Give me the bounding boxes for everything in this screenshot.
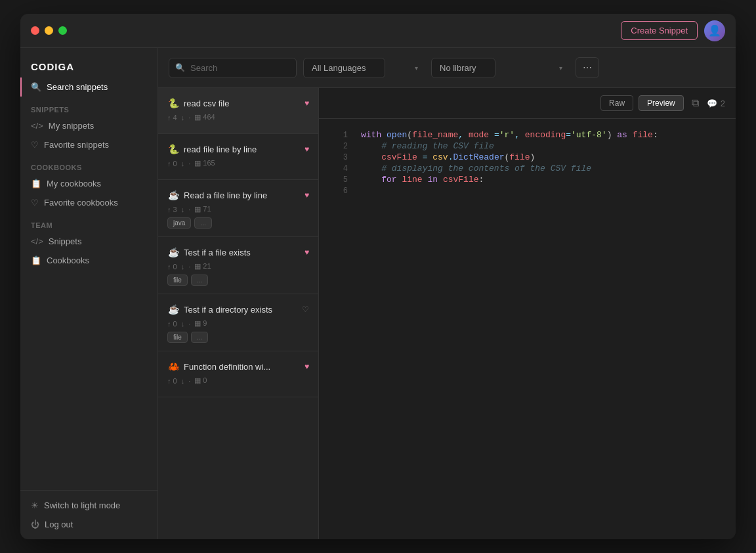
favorite-icon-6[interactable]: ♥: [304, 362, 309, 371]
code-line-4: 4 # displaying the contents of the CSV f…: [319, 163, 736, 174]
code-toolbar: Raw Preview ⧉ 💬 2: [319, 88, 736, 119]
library-select[interactable]: No library React Django: [431, 58, 495, 78]
team-section-title: TEAM: [20, 212, 158, 232]
heart-icon: ♡: [31, 140, 39, 150]
split-content: 🐍 read csv file ♥ ↑ 4 ↓ · ▦ 464: [158, 88, 736, 539]
snippet-title-3: Read a file line by line: [184, 190, 300, 200]
snippet-title-2: read file line by line: [184, 144, 300, 154]
line-code-2: # reading the CSV file: [361, 141, 494, 151]
code-line-3: 3 csvFile = csv.DictReader(file): [319, 152, 736, 163]
sidebar-item-my-snippets[interactable]: </> My snippets: [20, 116, 158, 135]
snippet-item-2[interactable]: 🐍 read file line by line ♥ ↑ 0 ↓ · ▦ 165: [158, 134, 318, 180]
line-number-1: 1: [329, 130, 348, 140]
sidebar-item-team-cookbooks[interactable]: 📋 Cookbooks: [20, 251, 158, 270]
snippet-header-5: ☕ Test if a directory exists ♡: [167, 303, 309, 315]
snippet-header-4: ☕ Test if a file exists ♥: [167, 246, 309, 258]
snippet-item-5[interactable]: ☕ Test if a directory exists ♡ ↑ 0 ↓ · ▦…: [158, 294, 318, 351]
tags-5: file ...: [167, 332, 309, 343]
favorite-icon-3[interactable]: ♥: [304, 190, 309, 200]
favorite-icon-4[interactable]: ♥: [304, 248, 309, 257]
upvote-stat-3: ↑ 3: [167, 206, 177, 213]
minimize-button[interactable]: [45, 26, 53, 35]
tag-more-3[interactable]: ...: [194, 217, 211, 229]
tag-more-4[interactable]: ...: [191, 275, 208, 286]
maximize-button[interactable]: [58, 26, 67, 35]
snippet-title-4: Test if a file exists: [184, 248, 300, 257]
code-line-5: 5 for line in csvFile:: [319, 174, 736, 185]
tag-java[interactable]: java: [167, 217, 191, 229]
sidebar: CODIGA 🔍 Search snippets SNIPPETS </> My…: [20, 48, 158, 539]
code-line-2: 2 # reading the CSV file: [319, 141, 736, 152]
line-number-4: 4: [329, 164, 348, 173]
tag-more-5[interactable]: ...: [191, 332, 208, 343]
snippet-item-3[interactable]: ☕ Read a file line by line ♥ ↑ 3 ↓ · ▦ 7…: [158, 180, 318, 237]
upvote-stat-5: ↑ 0: [167, 320, 177, 328]
snippet-list: 🐍 read csv file ♥ ↑ 4 ↓ · ▦ 464: [158, 88, 319, 539]
snippet-item-1[interactable]: 🐍 read csv file ♥ ↑ 4 ↓ · ▦ 464: [158, 88, 318, 134]
sidebar-item-logout[interactable]: ⏻ Log out: [20, 515, 158, 534]
snippet-header-3: ☕ Read a file line by line ♥: [167, 189, 309, 201]
raw-tab[interactable]: Raw: [600, 95, 633, 111]
chevron-down-icon: ▾: [415, 64, 418, 72]
filter-button[interactable]: ⋯: [576, 57, 599, 78]
favorite-icon-2[interactable]: ♥: [304, 144, 309, 154]
heart-outline-icon: ♡: [31, 198, 39, 208]
upvote-stat-2: ↑ 0: [167, 160, 177, 167]
comment-icon: 💬: [707, 99, 717, 108]
sidebar-item-favorite-cookbooks[interactable]: ♡ Favorite cookbooks: [20, 193, 158, 212]
title-bar-right: Create Snippet 👤: [621, 20, 725, 41]
tag-file-5[interactable]: file: [167, 332, 188, 343]
python-icon-1: 🐍: [167, 97, 179, 109]
traffic-lights: [31, 26, 67, 35]
create-snippet-button[interactable]: Create Snippet: [621, 21, 698, 40]
snippet-title-6: Function definition wi...: [184, 362, 300, 372]
book-icon: 📋: [31, 179, 41, 188]
snippet-stats-1: ↑ 4 ↓ · ▦ 464: [167, 113, 309, 122]
code-line-6: 6: [319, 185, 736, 196]
search-input[interactable]: [169, 58, 297, 78]
avatar[interactable]: 👤: [704, 20, 725, 41]
snippet-item-6[interactable]: 🦀 Function definition wi... ♥ ↑ 0 ↓ · ▦ …: [158, 351, 318, 397]
close-button[interactable]: [31, 26, 39, 35]
favorite-cookbooks-label: Favorite cookbooks: [44, 198, 118, 208]
search-bar: 🔍 All Languages Python JavaScript Java ▾…: [158, 48, 736, 88]
comment-button[interactable]: 💬 2: [707, 99, 725, 108]
sidebar-item-favorite-snippets[interactable]: ♡ Favorite snippets: [20, 135, 158, 154]
snippets-section-title: SNIPPETS: [20, 97, 158, 116]
snippet-item-4[interactable]: ☕ Test if a file exists ♥ ↑ 0 ↓ · ▦ 21 f…: [158, 237, 318, 294]
java-icon-3: ☕: [167, 189, 179, 201]
favorite-icon-1[interactable]: ♥: [304, 99, 309, 108]
view-stat-3: ▦ 71: [194, 205, 211, 213]
sidebar-bottom: ☀ Switch to light mode ⏻ Log out: [20, 490, 158, 539]
content-area: 🔍 All Languages Python JavaScript Java ▾…: [158, 48, 736, 539]
line-number-3: 3: [329, 152, 348, 162]
favorite-icon-5[interactable]: ♡: [302, 305, 309, 314]
upvote-stat-4: ↑ 0: [167, 263, 177, 271]
search-icon: 🔍: [175, 63, 185, 72]
rust-icon-6: 🦀: [167, 361, 179, 372]
line-code-1: with open(file_name, mode ='r', encoding…: [361, 130, 658, 140]
downvote-stat-2: ↓: [181, 160, 185, 167]
sidebar-item-my-cookbooks[interactable]: 📋 My cookbooks: [20, 174, 158, 193]
tag-file-4[interactable]: file: [167, 275, 188, 286]
copy-button[interactable]: ⧉: [689, 95, 702, 112]
sidebar-item-light-mode[interactable]: ☀ Switch to light mode: [20, 496, 158, 515]
search-icon: 🔍: [31, 82, 41, 92]
sidebar-item-team-snippets[interactable]: </> Snippets: [20, 232, 158, 251]
favorite-snippets-label: Favorite snippets: [44, 140, 109, 150]
language-select[interactable]: All Languages Python JavaScript Java: [303, 58, 385, 78]
line-code-5: for line in csvFile:: [361, 175, 484, 185]
title-bar: Create Snippet 👤: [20, 14, 736, 48]
sidebar-item-search[interactable]: 🔍 Search snippets: [20, 77, 158, 97]
comment-count: 2: [721, 99, 725, 108]
snippet-header-2: 🐍 read file line by line ♥: [167, 143, 309, 155]
my-cookbooks-label: My cookbooks: [47, 179, 101, 188]
downvote-stat-4: ↓: [181, 263, 185, 271]
language-select-wrapper: All Languages Python JavaScript Java ▾: [303, 58, 425, 78]
line-number-5: 5: [329, 175, 348, 185]
downvote-stat-6: ↓: [181, 377, 185, 385]
view-stat-4: ▦ 21: [194, 262, 211, 271]
sidebar-search-label: Search snippets: [47, 82, 108, 92]
view-stat-2: ▦ 165: [194, 159, 215, 167]
preview-tab[interactable]: Preview: [639, 95, 684, 111]
